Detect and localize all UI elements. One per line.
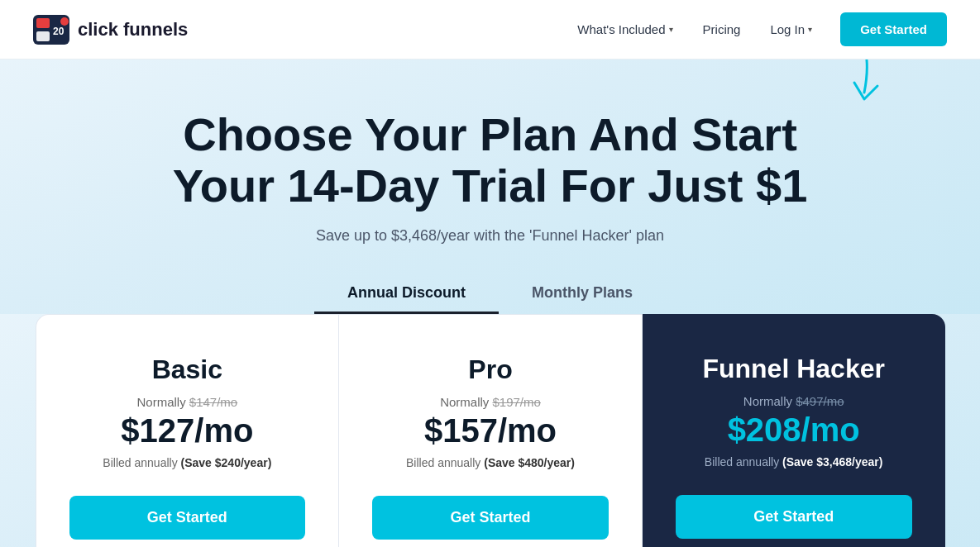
plan-strikethrough-price-pro: $197/mo (493, 395, 541, 409)
pricing-tabs: Annual Discount Monthly Plans (17, 274, 963, 314)
funnel-hacker-get-started-button[interactable]: Get Started (676, 495, 912, 539)
tab-annual-discount[interactable]: Annual Discount (314, 274, 499, 314)
plan-savings-funnel-hacker: (Save $3,468/year) (782, 455, 882, 469)
tab-monthly-plans[interactable]: Monthly Plans (499, 274, 666, 314)
nav-login[interactable]: Log In ▾ (758, 16, 824, 43)
hero-section: Choose Your Plan And Start Your 14-Day T… (0, 59, 980, 314)
plan-cards-wrapper: Basic Normally $147/mo $127/mo Billed an… (36, 314, 945, 547)
plan-savings-basic: (Save $240/year) (181, 456, 272, 469)
svg-rect-1 (36, 18, 50, 28)
chevron-down-icon: ▾ (669, 25, 673, 34)
chevron-down-icon: ▾ (808, 25, 812, 34)
header-get-started-button[interactable]: Get Started (840, 12, 947, 46)
plan-strikethrough-price-basic: $147/mo (189, 395, 237, 409)
plan-billed-pro: Billed annually (Save $480/year) (372, 456, 609, 469)
plan-card-funnel-hacker: Funnel Hacker Normally $497/mo $208/mo B… (642, 314, 945, 547)
plan-card-pro: Pro Normally $197/mo $157/mo Billed annu… (338, 314, 642, 547)
plan-billed-funnel-hacker: Billed annually (Save $3,468/year) (676, 455, 912, 469)
nav-pricing[interactable]: Pricing (691, 16, 753, 43)
plan-name-basic: Basic (69, 354, 306, 385)
hero-subheading: Save up to $3,468/year with the 'Funnel … (17, 227, 963, 245)
plan-card-basic: Basic Normally $147/mo $127/mo Billed an… (36, 314, 339, 547)
plan-name-funnel-hacker: Funnel Hacker (676, 354, 912, 384)
plan-strikethrough-price-funnel-hacker: $497/mo (796, 394, 844, 408)
plan-price-funnel-hacker: $208/mo (676, 411, 912, 449)
svg-point-4 (60, 17, 69, 26)
logo-icon: 20 (33, 15, 69, 45)
logo[interactable]: 20 click funnels (33, 15, 188, 45)
plan-name-pro: Pro (372, 354, 609, 385)
basic-get-started-button[interactable]: Get Started (69, 496, 306, 540)
logo-text: click funnels (78, 19, 188, 40)
plan-price-pro: $157/mo (372, 412, 609, 449)
nav-whats-included[interactable]: What's Included ▾ (566, 16, 684, 43)
plan-normally-basic: Normally $147/mo (69, 395, 306, 409)
navigation: What's Included ▾ Pricing Log In ▾ Get S… (566, 12, 947, 46)
cards-section: Basic Normally $147/mo $127/mo Billed an… (0, 314, 980, 547)
svg-text:20: 20 (53, 26, 65, 37)
header: 20 click funnels What's Included ▾ Prici… (0, 0, 980, 59)
plan-savings-pro: (Save $480/year) (484, 456, 575, 469)
svg-rect-2 (36, 31, 50, 41)
plan-price-basic: $127/mo (69, 412, 306, 449)
plan-billed-basic: Billed annually (Save $240/year) (69, 456, 306, 469)
plan-normally-pro: Normally $197/mo (372, 395, 609, 409)
pro-get-started-button[interactable]: Get Started (372, 496, 609, 540)
hero-heading: Choose Your Plan And Start Your 14-Day T… (168, 109, 813, 211)
plan-normally-funnel-hacker: Normally $497/mo (676, 394, 912, 408)
